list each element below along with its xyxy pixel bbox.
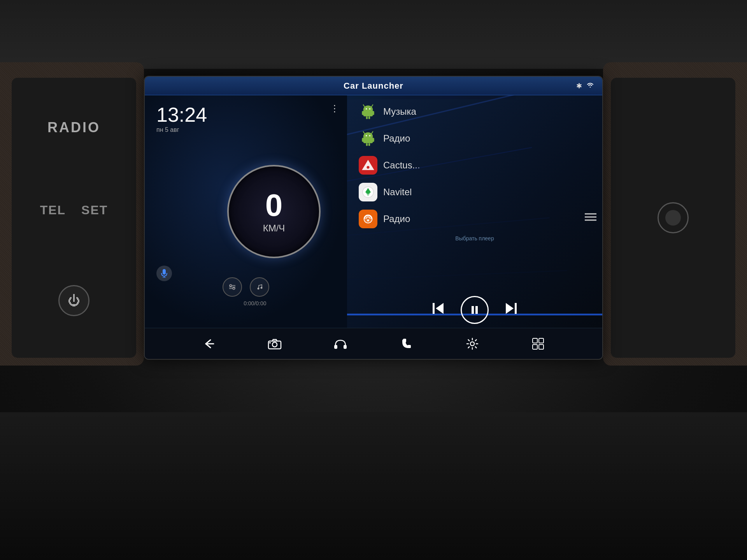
dashboard: RADIO TEL SET ⏻ [0,0,747,560]
power-button[interactable]: ⏻ [58,285,89,316]
tel-label[interactable]: TEL [40,203,66,217]
left-control-panel: RADIO TEL SET ⏻ [12,78,136,358]
eq-button[interactable] [223,277,242,297]
svg-marker-50 [436,303,444,314]
three-dots-menu[interactable]: ⋮ [330,103,339,114]
speedometer: 0 КМ/Ч [227,165,321,258]
right-control-panel [611,78,735,358]
svg-rect-62 [533,338,537,343]
top-vent [0,0,747,70]
speed-value: 0 [265,190,283,221]
bottom-navigation [145,328,602,359]
svg-point-15 [233,288,235,290]
timecode-display: 0:00/0:00 [244,300,266,306]
svg-point-14 [230,285,232,287]
svg-rect-53 [475,306,478,314]
volume-knob[interactable] [658,202,689,233]
svg-rect-52 [472,306,474,314]
screen-left-section: 13:24 пн 5 авг ⋮ 0 [145,95,347,328]
svg-point-57 [272,342,277,347]
wifi-icon [586,82,594,90]
svg-point-17 [261,287,263,289]
svg-rect-51 [433,303,435,314]
speed-unit: КМ/Ч [263,223,285,234]
pause-button[interactable] [461,296,489,324]
settings-nav-button[interactable] [463,334,482,354]
svg-rect-64 [533,345,537,349]
dash-bottom [0,412,747,560]
svg-point-61 [470,342,474,346]
music-note-button[interactable] [250,277,269,297]
bluetooth-icon: ✱ [576,82,582,90]
svg-rect-65 [539,345,544,349]
next-track-button[interactable] [504,301,518,319]
svg-rect-59 [334,345,337,349]
main-screen: Car Launcher ✱ 13:24 пн 5 авг [144,76,603,360]
svg-rect-60 [344,345,347,349]
playback-controls [347,292,602,328]
svg-rect-58 [269,342,271,343]
time-display: 13:24 пн 5 авг [156,103,207,133]
screen-header: Car Launcher ✱ [145,77,602,95]
clock-date: пн 5 авг [156,126,207,133]
svg-point-16 [258,288,260,290]
mic-button[interactable] [156,266,172,281]
header-icons: ✱ [576,82,594,90]
screen-title: Car Launcher [344,81,403,91]
hamburger-menu-button[interactable] [585,212,596,224]
prev-track-button[interactable] [431,301,445,319]
grid-nav-button[interactable] [528,334,548,354]
headphones-nav-button[interactable] [331,334,350,354]
speed-circle: 0 КМ/Ч [227,165,321,258]
svg-rect-8 [163,269,166,275]
clock-time: 13:24 [156,103,207,126]
phone-nav-button[interactable] [397,334,416,354]
music-shortcut-buttons [223,277,269,297]
svg-rect-63 [539,338,544,343]
svg-rect-55 [515,303,517,314]
svg-marker-54 [506,303,514,314]
camera-nav-button[interactable] [265,334,284,354]
tel-set-row: TEL SET [40,203,108,217]
radio-label[interactable]: RADIO [47,119,100,136]
back-nav-button[interactable] [199,334,219,354]
set-label[interactable]: SET [81,203,108,217]
